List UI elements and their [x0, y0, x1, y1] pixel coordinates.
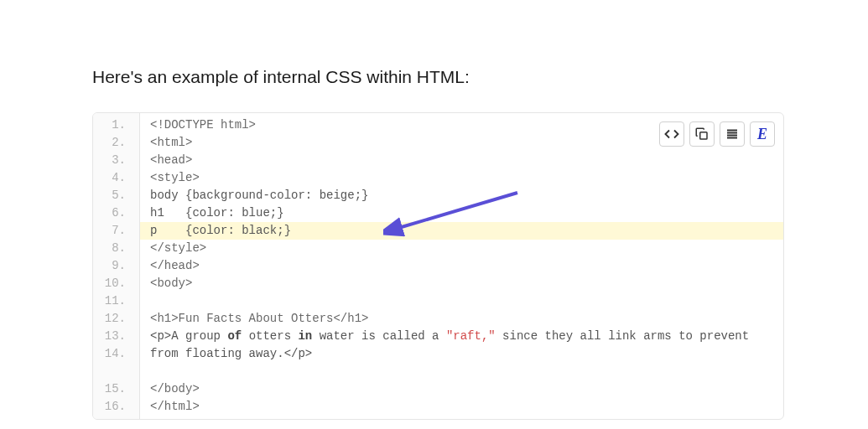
code-toolbar: E	[659, 121, 775, 147]
code-block: E 1. 2. 3. 4. 5. 6. 7. 8. 9. 10. 11. 12.…	[92, 112, 784, 420]
intro-heading: Here's an example of internal CSS within…	[92, 67, 784, 87]
svg-rect-0	[700, 132, 707, 139]
code-line: <style>	[140, 169, 783, 187]
line-number: 12.	[100, 310, 126, 328]
line-number: 10.	[100, 275, 126, 292]
line-number: 16.	[100, 398, 126, 416]
code-line: <head>	[140, 152, 783, 169]
line-number: 14.	[100, 345, 126, 380]
copy-button[interactable]	[689, 121, 715, 147]
elementor-logo-button[interactable]: E	[750, 121, 775, 147]
line-number: 15.	[100, 380, 126, 398]
code-view-button[interactable]	[659, 121, 684, 147]
code-icon	[664, 127, 679, 142]
elementor-logo-icon: E	[757, 126, 767, 143]
line-number: 11.	[100, 292, 126, 310]
copy-icon	[694, 127, 709, 142]
code-lines: <!DOCTYPE html> <html> <head> <style> bo…	[140, 113, 783, 419]
code-line: body {background-color: beige;}	[140, 187, 783, 204]
lines-icon	[725, 127, 740, 142]
line-number: 5.	[100, 187, 126, 204]
code-line: </head>	[140, 257, 783, 275]
code-line: </html>	[140, 398, 783, 416]
code-line: <p>A group of otters in water is called …	[140, 328, 783, 363]
wrap-lines-button[interactable]	[720, 121, 745, 147]
line-number: 2.	[100, 134, 126, 152]
code-line: </body>	[140, 380, 783, 398]
code-line: <body>	[140, 275, 783, 292]
line-number-gutter: 1. 2. 3. 4. 5. 6. 7. 8. 9. 10. 11. 12. 1…	[93, 113, 140, 419]
code-line: </style>	[140, 240, 783, 257]
line-number: 3.	[100, 152, 126, 169]
code-line: h1 {color: blue;}	[140, 204, 783, 222]
line-number: 4.	[100, 169, 126, 187]
line-number: 1.	[100, 116, 126, 134]
line-number: 7.	[100, 222, 126, 240]
line-number: 8.	[100, 240, 126, 257]
code-body: 1. 2. 3. 4. 5. 6. 7. 8. 9. 10. 11. 12. 1…	[93, 113, 783, 419]
line-number: 6.	[100, 204, 126, 222]
line-number: 9.	[100, 257, 126, 275]
code-line: <h1>Fun Facts About Otters</h1>	[140, 310, 783, 328]
code-line-highlighted: p {color: black;}	[140, 222, 783, 240]
line-number: 13.	[100, 328, 126, 345]
code-line	[140, 363, 783, 380]
code-line	[140, 292, 783, 310]
